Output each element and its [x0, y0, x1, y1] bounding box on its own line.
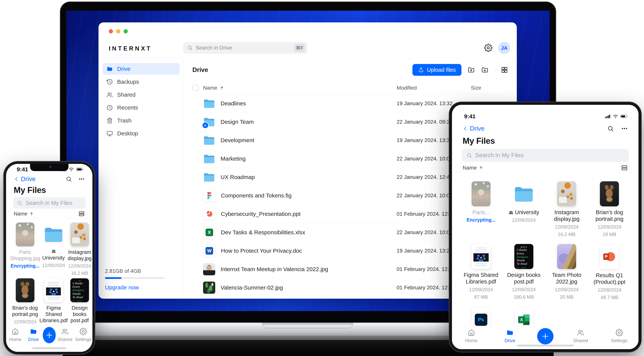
mosaic-grid-icon	[501, 66, 508, 73]
gear-icon	[616, 329, 623, 337]
figma-pdf-thumbnail	[44, 278, 63, 302]
upload-files-label: Upload files	[427, 67, 456, 73]
column-size[interactable]: Size	[471, 85, 508, 91]
file-name: Design books post.pdf	[504, 272, 544, 285]
storage-usage-text: 2.81GB of 4GB	[105, 268, 178, 274]
folder-icon	[506, 329, 514, 337]
file-name: Dev Tasks & Responsibilities.xlsx	[221, 229, 305, 236]
file-name: Results Q1 (Product).ppt	[590, 272, 629, 286]
tablet-status-bar: 9:41	[452, 105, 638, 122]
file-grid-item[interactable]: Team Photo 2022.jpg 12/09/2024 35 MB	[547, 244, 586, 301]
file-size: 87 MB	[474, 294, 488, 300]
file-name: Internxt Team Meetup in Valencia 2022.jp…	[220, 266, 328, 272]
upgrade-link[interactable]: Upgrade now	[105, 284, 178, 291]
add-button[interactable]	[537, 328, 554, 345]
sort-ascending-icon	[220, 86, 224, 90]
search-icon[interactable]	[66, 176, 72, 182]
nav-shared[interactable]: Shared	[569, 329, 592, 343]
nav-drive[interactable]: Drive	[498, 329, 521, 343]
sidebar-item-backups[interactable]: Backups	[103, 76, 180, 88]
nav-home[interactable]: Home	[460, 329, 483, 343]
powerpoint-file-thumbnail: P	[600, 244, 619, 269]
folder-thumbnail	[514, 181, 533, 206]
file-grid-item[interactable]: Instagram display.jpg 12/09/2024 16.2 MB	[547, 181, 586, 237]
people-icon	[577, 329, 584, 337]
upload-files-button[interactable]: Upload files	[412, 64, 462, 76]
add-button[interactable]	[43, 327, 56, 343]
nav-home[interactable]: Home	[6, 328, 24, 342]
select-all-checkbox[interactable]	[192, 85, 198, 91]
column-name[interactable]: Name	[203, 85, 397, 91]
file-grid-item[interactable]: Instagram display.jpg 12/09/2024 16.2 MB	[68, 222, 92, 276]
file-name: University	[515, 209, 539, 216]
back-to-drive-button[interactable]: Drive	[470, 125, 484, 132]
back-to-drive-button[interactable]: Drive	[21, 176, 36, 183]
home-indicator[interactable]	[32, 347, 66, 349]
file-name: Brian's dog portrait.png	[11, 305, 39, 318]
encrypting-status: Encrypting...	[11, 263, 39, 269]
close-window-button[interactable]	[109, 29, 113, 33]
sidebar-item-trash[interactable]: Trash	[103, 115, 180, 127]
search-input[interactable]: Search in Drive ⌘F	[183, 42, 307, 53]
file-name: Team Photo 2022.jpg	[547, 272, 586, 285]
nav-drive[interactable]: Drive	[24, 328, 42, 342]
search-icon	[466, 153, 472, 158]
sidebar-item-desktop[interactable]: Desktop	[103, 128, 180, 139]
sidebar-item-label: Backups	[117, 79, 139, 85]
avatar[interactable]: JA	[498, 42, 510, 54]
more-options-icon[interactable]	[621, 125, 628, 132]
file-grid-item[interactable]: P Results Q1 (Product).ppt 12/09/2024 48…	[590, 244, 629, 301]
powerpoint-file-icon	[203, 208, 216, 220]
back-chevron-icon	[462, 126, 468, 131]
file-name: Design books post.pdf	[68, 305, 92, 324]
sidebar-item-drive[interactable]: Drive	[103, 63, 180, 75]
paris-shopping-thumbnail	[472, 181, 490, 206]
new-folder-button[interactable]	[481, 66, 489, 74]
sidebar-item-recents[interactable]: Recents	[103, 102, 180, 114]
grid-view-toggle[interactable]	[500, 66, 508, 74]
zoom-window-button[interactable]	[124, 29, 128, 33]
settings-gear-button[interactable]	[484, 44, 492, 52]
file-name: Development	[220, 137, 254, 144]
column-modified[interactable]: Modified	[397, 85, 471, 91]
people-icon	[106, 92, 113, 98]
file-date: 12/09/2024	[555, 224, 578, 230]
file-size: 16.2 MB	[558, 231, 576, 237]
encrypting-status: Encrypting...	[466, 217, 495, 223]
nav-settings[interactable]: Settings	[608, 329, 631, 343]
file-grid-item[interactable]: Figma Shared Libraries.pdf 12/09/2024 87…	[461, 244, 501, 301]
more-options-icon[interactable]	[78, 176, 85, 182]
upload-folder-button[interactable]	[467, 66, 475, 74]
file-table-header: Name Modified Size	[192, 82, 508, 94]
team-photo-thumbnail	[557, 244, 576, 269]
nav-settings[interactable]: Settings	[74, 328, 92, 342]
sort-by-name[interactable]: Name	[462, 165, 477, 171]
home-indicator[interactable]	[517, 345, 574, 347]
backup-clock-icon	[106, 79, 113, 85]
file-grid-item[interactable]: Brian's dog portrait.png 12/09/2024 18 M…	[590, 181, 629, 237]
search-input[interactable]: Search in My Files	[13, 197, 86, 209]
status-time: 9:41	[17, 166, 28, 173]
folder-thumbnail	[44, 222, 63, 246]
books-icon	[51, 249, 56, 253]
sidebar-item-shared[interactable]: Shared	[103, 89, 180, 101]
search-input[interactable]: Search in My Files	[462, 149, 628, 162]
file-name: University	[42, 255, 65, 261]
paris-shopping-thumbnail	[16, 222, 34, 246]
file-date: 12/09/2024	[598, 287, 621, 293]
file-grid-item[interactable]: 5 Books EveryDesigner NeedsTo Read VOL. …	[504, 244, 544, 301]
monitor-icon	[106, 130, 113, 137]
file-name: Instagram display.jpg	[68, 249, 92, 262]
minimize-window-button[interactable]	[116, 29, 120, 33]
sort-by-name[interactable]: Name	[14, 211, 28, 217]
file-grid-item[interactable]: Paris... Encrypting...	[466, 181, 495, 237]
list-view-toggle[interactable]	[78, 210, 85, 217]
nav-shared[interactable]: Shared	[56, 328, 74, 342]
file-grid-item[interactable]: University 12/09/2024	[508, 181, 539, 237]
file-grid-item[interactable]: University 12/09/2024	[39, 222, 68, 276]
search-icon[interactable]	[607, 125, 614, 132]
sidebar-item-label: Recents	[117, 104, 138, 111]
back-chevron-icon	[14, 176, 20, 182]
list-view-toggle[interactable]	[621, 165, 628, 171]
file-grid-item[interactable]: Paris Shopping.jpg Encrypting...	[11, 222, 39, 276]
